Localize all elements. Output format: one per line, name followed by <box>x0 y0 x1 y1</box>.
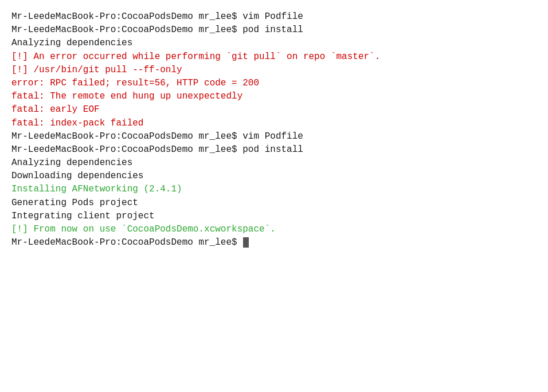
terminal-output: Mr-LeedeMacBook-Pro:CocoaPodsDemo mr_lee… <box>11 10 537 249</box>
terminal-line: [!] /usr/bin/git pull --ff-only <box>11 64 537 77</box>
terminal-line: Installing AFNetworking (2.4.1) <box>11 183 537 196</box>
terminal-line: error: RPC failed; result=56, HTTP code … <box>11 77 537 90</box>
terminal-line: Analyzing dependencies <box>11 156 537 170</box>
terminal-line: Mr-LeedeMacBook-Pro:CocoaPodsDemo mr_lee… <box>11 143 537 156</box>
terminal-line: [!] From now on use `CocoaPodsDemo.xcwor… <box>11 223 537 236</box>
terminal-line: fatal: The remote end hung up unexpected… <box>11 90 537 103</box>
terminal-line: Mr-LeedeMacBook-Pro:CocoaPodsDemo mr_lee… <box>11 236 537 249</box>
terminal-line: Integrating client project <box>11 210 537 223</box>
terminal-line: fatal: index-pack failed <box>11 117 537 130</box>
terminal-line: [!] An error occurred while performing `… <box>11 50 537 64</box>
terminal-line: Mr-LeedeMacBook-Pro:CocoaPodsDemo mr_lee… <box>11 130 537 143</box>
terminal-cursor <box>243 237 249 248</box>
terminal-line: Downloading dependencies <box>11 170 537 183</box>
terminal-line: Generating Pods project <box>11 197 537 210</box>
terminal-line: Analyzing dependencies <box>11 37 537 50</box>
terminal-line: fatal: early EOF <box>11 103 537 116</box>
terminal-line: Mr-LeedeMacBook-Pro:CocoaPodsDemo mr_lee… <box>11 23 537 37</box>
terminal-line: Mr-LeedeMacBook-Pro:CocoaPodsDemo mr_lee… <box>11 10 537 23</box>
